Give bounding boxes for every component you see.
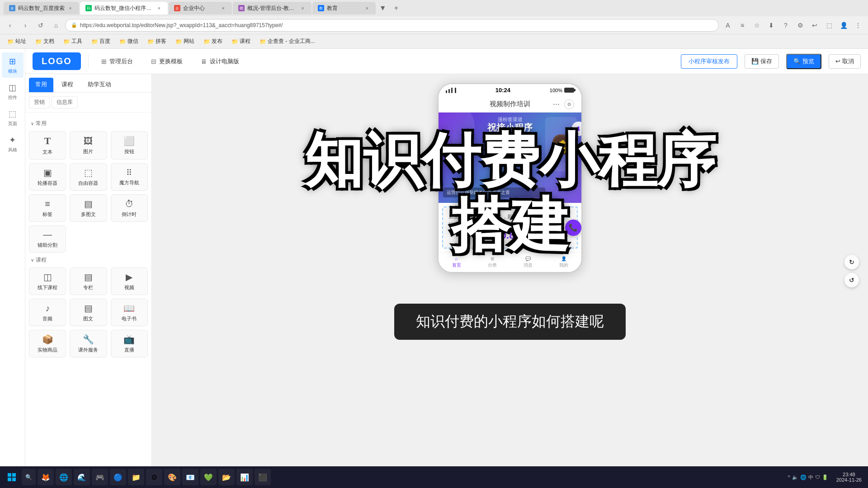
tab-1-close[interactable]: × [67,5,74,11]
taskbar-app-6[interactable]: ⚙ [146,469,162,485]
download-icon[interactable]: ⬇ [765,19,778,32]
section-course-header[interactable]: ∨ 课程 [31,256,148,264]
comp-carousel[interactable]: ▣ 轮播容器 [29,163,66,191]
comp-goods[interactable]: 📦 实物商品 [29,330,66,357]
taskbar-app-files[interactable]: 📂 [218,469,235,485]
bookmark-zz[interactable]: 📁站址 [4,37,30,46]
comp-countdown[interactable]: ⏱ 倒计时 [111,194,148,222]
management-tab[interactable]: ⊞ 管理后台 [96,55,138,68]
taskbar-browser-ff[interactable]: 🦊 [38,469,54,485]
tab-more[interactable]: ▼ [377,4,389,12]
comp-magic-nav[interactable]: ⠿ 魔方导航 [111,163,148,191]
taskbar-vol-icon[interactable]: 🔈 [792,474,798,480]
settings-icon[interactable]: ⚙ [794,19,807,32]
bookmark-wd[interactable]: 📁文档 [32,37,58,46]
comp-multi-text[interactable]: ▤ 多图文 [70,194,107,222]
cancel-button[interactable]: ↩ 取消 [829,54,861,69]
tab-course[interactable]: 课程 [55,78,80,92]
comp-video[interactable]: ▶ 视频 [111,267,148,295]
profile-icon[interactable]: 👤 [837,19,850,32]
sidebar-item-page[interactable]: ⬚ 页面 [2,105,24,130]
taskbar-network-icon[interactable]: 🌐 [800,474,807,480]
preview-button[interactable]: 🔍 预览 [786,54,821,69]
phone-nav-mine[interactable]: 👤 我的 [546,253,581,272]
taskbar-ime-icon[interactable]: 中 [808,474,813,481]
taskbar-security-icon[interactable]: 🛡 [815,474,820,480]
bookmark-qcc[interactable]: 📁企查查 - 企业工商... [256,37,319,46]
tab-add[interactable]: + [390,2,403,14]
tab-1[interactable]: B 码云数智_百度搜索 × [4,2,79,14]
subtab-infodb[interactable]: 信息库 [52,96,78,108]
sidebar-item-control[interactable]: ◫ 控件 [2,79,24,104]
start-button[interactable] [4,469,20,485]
tab-assist[interactable]: 助学互动 [81,78,118,92]
taskbar-app-3[interactable]: 🎮 [92,469,108,485]
taskbar-app-5[interactable]: 📁 [128,469,144,485]
taskbar-app-7[interactable]: 🎨 [164,469,180,485]
comp-ebook[interactable]: 📖 电子书 [111,299,148,326]
reader-icon[interactable]: ≡ [736,19,749,32]
bookmark-kc[interactable]: 📁课程 [228,37,254,46]
phone-nav-category[interactable]: ⊞ 分类 [474,253,510,272]
template-tab[interactable]: ⊟ 更换模板 [146,55,188,68]
tab-2-close[interactable]: × [156,5,162,11]
taskbar-time-area[interactable]: 23:48 2024-11-26 [834,472,864,483]
taskbar-browser-chrome[interactable]: 🌐 [56,469,72,485]
bookmark-fb[interactable]: 📁发布 [200,37,226,46]
rotate-cw-icon[interactable]: ↻ [844,255,859,269]
taskbar-edge[interactable]: 🌊 [74,469,90,485]
sidebar-item-style[interactable]: ✦ 风格 [2,131,24,156]
comp-text[interactable]: T 文本 [29,131,66,160]
back-button[interactable]: ‹ [4,19,16,32]
subtab-marketing[interactable]: 营销 [29,96,50,108]
comp-offline-course[interactable]: ◫ 线下课程 [29,267,66,295]
taskbar-app-8[interactable]: 📧 [182,469,198,485]
bookmark-wz[interactable]: 📁网站 [172,37,198,46]
publish-button[interactable]: 小程序审核发布 [681,54,737,69]
translate-icon[interactable]: A [722,19,734,32]
save-button[interactable]: 💾 保存 [745,54,779,69]
comp-image[interactable]: 🖼 图片 [70,131,107,160]
bookmark-pk[interactable]: 📁拼客 [144,37,170,46]
menu-icon[interactable]: ⋮ [852,19,864,32]
comp-article[interactable]: ▤ 图文 [70,299,107,326]
phone-nav-message[interactable]: 💬 消息 [510,253,546,272]
tab-5[interactable]: 教 教育 × [312,2,376,14]
comp-live[interactable]: 📺 直播 [111,330,148,357]
comp-audio[interactable]: ♪ 音频 [29,299,66,326]
tab-4[interactable]: 概 概况-管理后台-教育系统 × [233,2,311,14]
tab-2[interactable]: 码 码云数智_微信小程序制作平台 × [80,2,168,14]
taskbar-search[interactable]: 🔍 [22,469,36,485]
sidebar-item-module[interactable]: ⊞ 模块 [2,52,24,78]
extensions-icon[interactable]: ⬚ [823,19,835,32]
tab-5-close[interactable]: × [364,5,370,11]
taskbar-app-wechat[interactable]: 💚 [200,469,217,485]
comp-button[interactable]: ⬜ 按钮 [111,131,148,160]
star-icon[interactable]: ☆ [750,19,763,32]
taskbar-app-4[interactable]: 🔵 [110,469,126,485]
home-button[interactable]: ⌂ [50,19,62,32]
tab-common[interactable]: 常用 [29,78,53,92]
forward-button[interactable]: › [19,19,32,32]
tab-3-close[interactable]: × [220,5,226,11]
address-bar[interactable]: 🔒 https://edu.webportal.top/editorNew.js… [65,19,719,32]
bookmark-gj[interactable]: 📁工具 [60,37,86,46]
bookmark-wx[interactable]: 📁微信 [116,37,142,46]
phone-nav-home[interactable]: ⌂ 首页 [439,253,474,272]
tab-3[interactable]: 企 企业中心 × [169,2,232,14]
comp-free-container[interactable]: ⬚ 自由容器 [70,163,107,191]
comp-divider[interactable]: — 辅助分割 [29,225,66,253]
taskbar-arrow-icon[interactable]: ^ [788,474,790,480]
desktop-tab[interactable]: 🖥 设计电脑版 [195,55,245,68]
tab-4-close[interactable]: × [300,5,306,11]
logo-button[interactable]: LOGO [33,52,81,70]
bookmark-bd[interactable]: 📁百度 [88,37,114,46]
comp-column[interactable]: ▤ 专栏 [70,267,107,295]
section-common-header[interactable]: ∨ 常用 [31,120,148,127]
back2-icon[interactable]: ↩ [808,19,821,32]
taskbar-app-excel[interactable]: 📊 [236,469,253,485]
comp-extracurricular[interactable]: 🔧 课外服务 [70,330,107,357]
help-icon[interactable]: ? [779,19,792,32]
comp-tag[interactable]: ≡ 标签 [29,194,66,222]
taskbar-app-terminal[interactable]: ⬛ [255,469,271,485]
